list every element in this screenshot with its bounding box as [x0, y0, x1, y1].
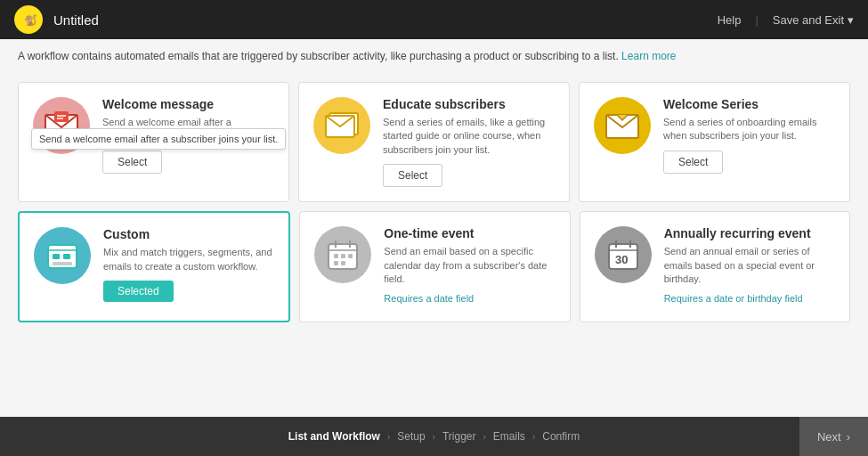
one-time-event-icon: [314, 226, 371, 283]
svg-rect-3: [54, 111, 69, 122]
svg-rect-22: [341, 261, 345, 265]
svg-rect-11: [53, 254, 60, 259]
one-time-event-desc: Send an email based on a specific calend…: [384, 245, 555, 286]
save-exit-button[interactable]: Save and Exit ▾: [773, 13, 854, 27]
card-annually-recurring: 30 Annually recurring event Send an annu…: [580, 211, 850, 322]
breadcrumb-list-workflow: List and Workflow: [288, 430, 380, 443]
learn-more-link[interactable]: Learn more: [621, 50, 676, 62]
annually-recurring-body: Annually recurring event Send an annual …: [664, 226, 835, 307]
one-time-event-title: One-time event: [384, 226, 555, 240]
main-content: Welcome message Send a welcome email aft…: [0, 73, 868, 417]
svg-rect-20: [348, 254, 353, 258]
svg-rect-19: [341, 254, 345, 258]
header-divider: |: [755, 13, 758, 27]
educate-subscribers-body: Educate subscribers Send a series of ema…: [383, 97, 555, 187]
welcome-series-desc: Send a series of onboarding emails when …: [663, 116, 835, 143]
card-welcome-message: Welcome message Send a welcome email aft…: [18, 82, 289, 202]
custom-selected-button[interactable]: Selected: [103, 281, 174, 302]
welcome-series-title: Welcome Series: [663, 97, 835, 111]
svg-rect-21: [334, 261, 338, 265]
breadcrumb-trigger: Trigger: [442, 430, 476, 443]
svg-rect-18: [334, 254, 338, 258]
card-educate-subscribers: Educate subscribers Send a series of ema…: [298, 82, 570, 202]
svg-rect-12: [63, 254, 70, 259]
welcome-series-icon: [594, 97, 651, 154]
breadcrumb-confirm: Confirm: [542, 430, 580, 443]
one-time-event-body: One-time event Send an email based on a …: [384, 226, 555, 307]
svg-text:30: 30: [615, 253, 628, 266]
card-one-time-event: One-time event Send an email based on a …: [299, 211, 570, 322]
breadcrumb-chevron-1: ›: [387, 432, 390, 442]
header: 🐒 Untitled Help | Save and Exit ▾: [0, 0, 868, 39]
welcome-message-select-button[interactable]: Select: [102, 151, 162, 174]
next-button[interactable]: Next ›: [799, 417, 868, 456]
custom-title: Custom: [103, 227, 274, 241]
footer: List and Workflow › Setup › Trigger › Em…: [0, 417, 868, 456]
card-welcome-series: Welcome Series Send a series of onboardi…: [579, 82, 850, 202]
header-right: Help | Save and Exit ▾: [718, 13, 854, 27]
welcome-series-body: Welcome Series Send a series of onboardi…: [663, 97, 835, 174]
card-custom: Custom Mix and match triggers, segments,…: [18, 211, 290, 322]
next-chevron-icon: ›: [847, 430, 850, 444]
breadcrumb-chevron-4: ›: [532, 432, 535, 442]
welcome-message-title: Welcome message: [102, 97, 274, 111]
breadcrumb-setup: Setup: [397, 430, 425, 443]
info-bar: A workflow contains automated emails tha…: [0, 39, 868, 73]
welcome-message-body: Welcome message Send a welcome email aft…: [102, 97, 274, 174]
help-link[interactable]: Help: [718, 13, 742, 27]
svg-text:🐒: 🐒: [24, 13, 37, 27]
educate-subscribers-select-button[interactable]: Select: [383, 164, 442, 187]
custom-icon: [34, 227, 91, 284]
annually-recurring-icon: 30: [595, 226, 652, 283]
educate-subscribers-desc: Send a series of emails, like a getting …: [383, 116, 555, 157]
cards-row-2: Custom Mix and match triggers, segments,…: [18, 211, 850, 322]
svg-rect-13: [53, 262, 72, 265]
header-left: 🐒 Untitled: [14, 5, 99, 34]
chevron-down-icon: ▾: [848, 13, 854, 27]
welcome-message-tooltip: Send a welcome email after a subscriber …: [31, 128, 286, 150]
breadcrumb-chevron-2: ›: [433, 432, 435, 442]
annually-recurring-desc: Send an annual email or series of emails…: [664, 245, 835, 286]
custom-desc: Mix and match triggers, segments, and em…: [103, 246, 274, 273]
breadcrumb: List and Workflow › Setup › Trigger › Em…: [288, 430, 580, 443]
custom-body: Custom Mix and match triggers, segments,…: [103, 227, 274, 302]
mailchimp-logo: 🐒: [14, 5, 43, 34]
welcome-series-select-button[interactable]: Select: [663, 151, 723, 174]
educate-subscribers-title: Educate subscribers: [383, 97, 555, 111]
annually-recurring-title: Annually recurring event: [664, 226, 835, 240]
annually-recurring-requires-link[interactable]: Requires a date or birthday field: [664, 293, 835, 304]
info-text: A workflow contains automated emails tha…: [18, 50, 619, 62]
educate-subscribers-icon: [313, 97, 370, 154]
header-title: Untitled: [53, 12, 99, 28]
breadcrumb-chevron-3: ›: [483, 432, 486, 442]
cards-row-1: Welcome message Send a welcome email aft…: [18, 82, 850, 202]
one-time-event-requires-link[interactable]: Requires a date field: [384, 293, 555, 304]
breadcrumb-emails: Emails: [493, 430, 525, 443]
